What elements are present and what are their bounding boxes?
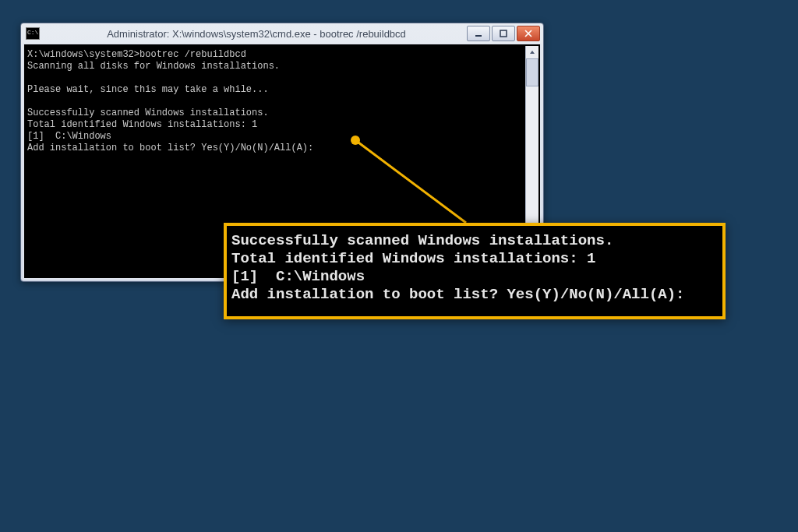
maximize-button[interactable] [492,26,515,41]
svg-rect-0 [475,35,482,37]
close-button[interactable] [517,26,540,41]
cmd-icon [26,27,40,40]
titlebar[interactable]: Administrator: X:\windows\system32\cmd.e… [21,23,543,44]
svg-rect-1 [500,30,507,37]
console-line: X:\windows\system32>bootrec /rebuildbcd [27,49,246,60]
zoom-callout: Successfully scanned Windows installatio… [224,223,726,319]
console-line: Scanning all disks for Windows installat… [27,61,280,72]
scroll-up-button[interactable] [526,46,538,58]
console-line: Total identified Windows installations: … [27,119,257,130]
console-line: Successfully scanned Windows installatio… [27,107,269,118]
console-line: [1] C:\Windows [27,131,111,142]
zoom-line: Add installation to boot list? Yes(Y)/No… [231,286,685,303]
window-title: Administrator: X:\windows\system32\cmd.e… [46,28,467,40]
scroll-thumb[interactable] [526,58,538,86]
zoom-line: Total identified Windows installations: … [231,250,595,267]
window-controls [467,26,540,41]
zoom-line: Successfully scanned Windows installatio… [231,232,613,249]
zoom-text: Successfully scanned Windows installatio… [227,226,722,316]
zoom-line: [1] C:\Windows [231,268,365,285]
console-line: Add installation to boot list? Yes(Y)/No… [27,143,313,153]
console-line: Please wait, since this may take a while… [27,84,269,95]
minimize-button[interactable] [467,26,490,41]
